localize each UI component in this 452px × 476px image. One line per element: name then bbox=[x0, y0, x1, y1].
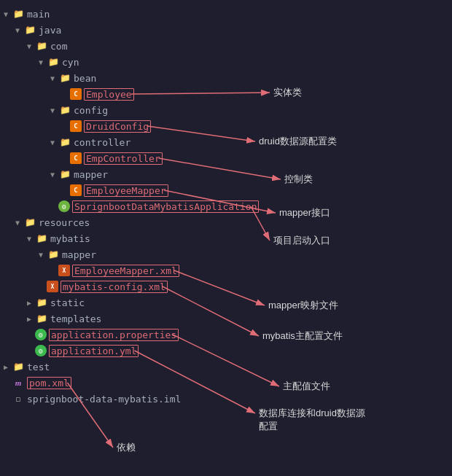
tree-label: resources bbox=[39, 217, 90, 228]
annotation-pom.xml: 依赖 bbox=[117, 441, 136, 454]
tree-label: mapper bbox=[62, 249, 96, 260]
tree-arrow[interactable] bbox=[23, 235, 35, 243]
annotation-EmpController: 控制类 bbox=[284, 173, 313, 186]
pom-icon bbox=[12, 377, 25, 389]
tree-item-controller[interactable]: controller bbox=[0, 134, 452, 150]
tree-label: static bbox=[50, 297, 85, 308]
folder-icon bbox=[12, 361, 25, 372]
tree-item-bean[interactable]: bean bbox=[0, 70, 452, 86]
tree-arrow[interactable] bbox=[12, 26, 23, 34]
folder-icon bbox=[58, 104, 71, 116]
annotation-Employee: 实体类 bbox=[273, 86, 302, 99]
folder-icon bbox=[47, 56, 60, 68]
tree-arrow[interactable] bbox=[47, 171, 58, 179]
tree-label: EmployeeMapper.xml bbox=[72, 265, 179, 277]
tree-label: test bbox=[27, 362, 50, 372]
tree-label: pom.xml bbox=[27, 377, 71, 389]
tree-arrow[interactable] bbox=[47, 138, 58, 147]
java-icon bbox=[70, 184, 82, 196]
tree-item-EmployeeMapper[interactable]: EmployeeMapper bbox=[0, 182, 452, 198]
tree-item-static[interactable]: static bbox=[0, 294, 452, 311]
tree-label: java bbox=[39, 25, 61, 36]
annotation-application.yml: 数据库连接和druid数据源配置 bbox=[259, 407, 365, 433]
tree-label: mybatis bbox=[50, 233, 90, 244]
folder-icon bbox=[23, 216, 36, 228]
tree-label: controller bbox=[74, 137, 130, 148]
tree-label: application.yml bbox=[49, 345, 139, 357]
tree-arrow[interactable] bbox=[0, 10, 12, 18]
tree-item-main[interactable]: main bbox=[0, 6, 452, 22]
tree-arrow[interactable] bbox=[12, 219, 23, 227]
tree-item-mapper2[interactable]: mapper bbox=[0, 246, 452, 262]
tree-item-pom.xml[interactable]: pom.xml bbox=[0, 375, 452, 391]
tree-item-SprignbootDataMybatisApplication[interactable]: SprignbootDataMybatisApplication bbox=[0, 198, 452, 214]
tree-label: mapper bbox=[74, 169, 108, 180]
tree-item-resources[interactable]: resources bbox=[0, 214, 452, 230]
main-content: mainjavacomcynbeanEmployeeconfigDruidCon… bbox=[0, 0, 452, 413]
tree-item-EmployeeMapper.xml[interactable]: EmployeeMapper.xml bbox=[0, 262, 452, 278]
tree-label: EmployeeMapper bbox=[84, 184, 168, 197]
tree-label: config bbox=[74, 105, 108, 116]
xml-icon bbox=[58, 265, 70, 276]
tree-item-com[interactable]: com bbox=[0, 38, 452, 54]
tree-item-mybatis[interactable]: mybatis bbox=[0, 230, 452, 246]
folder-icon bbox=[35, 233, 48, 244]
folder-icon bbox=[35, 40, 48, 52]
tree-container: mainjavacomcynbeanEmployeeconfigDruidCon… bbox=[0, 0, 452, 413]
tree-label: bean bbox=[74, 73, 96, 84]
iml-icon: ◻ bbox=[12, 393, 25, 405]
tree-item-java[interactable]: java bbox=[0, 22, 452, 38]
tree-label: SprignbootDataMybatisApplication bbox=[72, 200, 259, 213]
tree-label: com bbox=[50, 41, 67, 52]
tree-label: application.properties bbox=[49, 329, 179, 341]
tree-item-application.properties[interactable]: application.properties bbox=[0, 327, 452, 343]
tree-item-EmpController[interactable]: EmpController bbox=[0, 150, 452, 166]
spring-icon bbox=[58, 200, 70, 212]
tree-item-Employee[interactable]: Employee bbox=[0, 86, 452, 102]
tree-arrow[interactable] bbox=[23, 299, 35, 307]
tree-arrow[interactable] bbox=[23, 315, 35, 323]
tree-item-test[interactable]: test bbox=[0, 359, 452, 375]
props-icon bbox=[35, 345, 47, 356]
folder-icon bbox=[35, 313, 48, 324]
tree-item-cyn[interactable]: cyn bbox=[0, 54, 452, 70]
folder-icon bbox=[35, 297, 48, 308]
props-icon bbox=[35, 329, 47, 340]
annotation-DruidConfig: druid数据源配置类 bbox=[259, 135, 337, 148]
folder-icon bbox=[12, 8, 25, 20]
tree-label: EmpController bbox=[84, 152, 163, 165]
tree-label: DruidConfig bbox=[84, 120, 151, 133]
tree-item-mapper[interactable]: mapper bbox=[0, 166, 452, 182]
java-icon bbox=[70, 120, 82, 132]
folder-icon bbox=[47, 249, 60, 260]
annotation-SprignbootDataMybatisApplication: 项目启动入口 bbox=[273, 234, 330, 247]
tree-arrow[interactable] bbox=[47, 106, 58, 114]
tree-label: Employee bbox=[84, 88, 134, 101]
tree-item-application.yml[interactable]: application.yml bbox=[0, 343, 452, 359]
tree-item-mybatis-config.xml[interactable]: mybatis-config.xml bbox=[0, 278, 452, 294]
tree-item-templates[interactable]: templates bbox=[0, 311, 452, 327]
tree-label: main bbox=[27, 9, 50, 20]
tree-item-config[interactable]: config bbox=[0, 102, 452, 118]
java-icon bbox=[70, 152, 82, 164]
tree-label: mybatis-config.xml bbox=[61, 281, 168, 293]
tree-item-sprignboot-data-mybatis.iml[interactable]: ◻sprignboot-data-mybatis.iml bbox=[0, 391, 452, 407]
annotation-EmployeeMapper.xml: mapper映射文件 bbox=[268, 299, 338, 312]
tree-arrow[interactable] bbox=[35, 58, 47, 66]
tree-label: templates bbox=[50, 313, 101, 324]
tree-arrow[interactable] bbox=[23, 42, 35, 50]
xml-icon bbox=[47, 281, 58, 292]
folder-icon bbox=[23, 24, 36, 36]
folder-icon bbox=[58, 72, 71, 84]
java-icon bbox=[70, 88, 82, 100]
tree-arrow[interactable] bbox=[35, 251, 47, 259]
tree-label: sprignboot-data-mybatis.iml bbox=[27, 394, 181, 405]
folder-icon bbox=[58, 168, 71, 180]
tree-arrow[interactable] bbox=[47, 74, 58, 82]
tree-arrow[interactable] bbox=[0, 363, 12, 371]
tree-item-DruidConfig[interactable]: DruidConfig bbox=[0, 118, 452, 134]
annotation-mybatis-config.xml: mybatis主配置文件 bbox=[262, 329, 343, 343]
folder-icon bbox=[58, 136, 71, 148]
annotation-EmployeeMapper: mapper接口 bbox=[279, 206, 330, 219]
tree-label: cyn bbox=[62, 57, 79, 68]
